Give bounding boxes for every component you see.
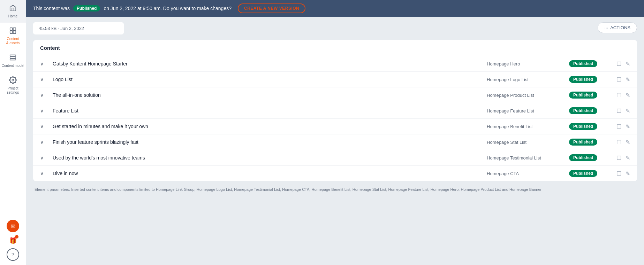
sidebar: Home Content& assets Content model <box>0 0 26 265</box>
edit-icon[interactable]: ✎ <box>626 108 630 114</box>
svg-rect-1 <box>13 28 16 30</box>
row-title: Feature List <box>53 108 481 114</box>
content-assets-icon <box>9 27 17 36</box>
row-actions: ☐ ✎ <box>616 92 630 99</box>
banner-text-before: This content was <box>33 6 70 11</box>
sidebar-item-content-model[interactable]: Content model <box>0 49 26 72</box>
sidebar-item-project-settings[interactable]: Projectsettings <box>0 72 26 99</box>
row-title: Logo List <box>53 77 481 82</box>
chevron-down-icon[interactable]: ∨ <box>40 171 47 176</box>
comment-icon[interactable]: ☐ <box>616 92 621 99</box>
main-content: This content was Published on Jun 2, 202… <box>26 0 644 265</box>
table-row: ∨ Dive in now Homepage CTA Published ☐ ✎ <box>33 166 637 181</box>
banner-text-after: on Jun 2, 2022 at 9:50 am. Do you want t… <box>104 6 232 11</box>
svg-rect-4 <box>10 55 16 56</box>
footer-note: Element parameters: Inserted content ite… <box>33 187 637 193</box>
chevron-down-icon[interactable]: ∨ <box>40 61 47 67</box>
row-type: Homepage Stat List <box>487 140 563 145</box>
actions-button[interactable]: ··· ACTIONS <box>598 22 637 33</box>
chevron-down-icon[interactable]: ∨ <box>40 108 47 114</box>
sidebar-item-content-assets[interactable]: Content& assets <box>0 23 26 49</box>
status-badge: Published <box>569 154 597 161</box>
status-badge: Published <box>569 123 597 130</box>
edit-icon[interactable]: ✎ <box>626 139 630 146</box>
svg-rect-5 <box>10 57 16 58</box>
row-type: Homepage Hero <box>487 61 563 67</box>
row-actions: ☐ ✎ <box>616 108 630 114</box>
sidebar-label-home: Home <box>8 14 18 18</box>
row-actions: ☐ ✎ <box>616 76 630 83</box>
svg-rect-6 <box>10 59 16 60</box>
row-status: Published <box>569 170 611 177</box>
status-badge: Published <box>569 92 597 99</box>
row-actions: ☐ ✎ <box>616 139 630 146</box>
edit-icon[interactable]: ✎ <box>626 76 630 83</box>
sidebar-bottom: ✉ 🎁 ? <box>0 218 26 265</box>
comment-icon[interactable]: ☐ <box>616 61 621 67</box>
help-icon: ? <box>12 252 14 257</box>
row-type: Homepage Logo List <box>487 77 563 82</box>
notification-button[interactable]: ✉ <box>7 220 19 232</box>
content-model-icon <box>9 54 17 62</box>
row-status: Published <box>569 139 611 146</box>
svg-rect-3 <box>13 31 16 33</box>
content-section-header: Content <box>33 40 637 56</box>
row-status: Published <box>569 76 611 83</box>
file-info-card: 45.53 kB · Jun 2, 2022 <box>33 22 124 34</box>
edit-icon[interactable]: ✎ <box>626 170 630 177</box>
row-title: The all-in-one solution <box>53 92 481 98</box>
create-new-version-button[interactable]: CREATE A NEW VERSION <box>238 3 305 13</box>
gift-button[interactable]: 🎁 <box>7 234 19 247</box>
comment-icon[interactable]: ☐ <box>616 139 621 146</box>
svg-rect-2 <box>10 31 13 33</box>
chevron-down-icon[interactable]: ∨ <box>40 124 47 129</box>
row-title: Get started in minutes and make it your … <box>53 124 481 129</box>
row-type: Homepage Product List <box>487 93 563 98</box>
row-actions: ☐ ✎ <box>616 61 630 67</box>
svg-point-7 <box>12 79 14 81</box>
table-row: ∨ Logo List Homepage Logo List Published… <box>33 72 637 87</box>
table-row: ∨ Gatsby Kontent Homepage Starter Homepa… <box>33 56 637 72</box>
row-title: Dive in now <box>53 171 481 176</box>
sidebar-label-project-settings: Projectsettings <box>7 86 19 95</box>
comment-icon[interactable]: ☐ <box>616 155 621 161</box>
row-status: Published <box>569 60 611 67</box>
chevron-down-icon[interactable]: ∨ <box>40 77 47 82</box>
chevron-down-icon[interactable]: ∨ <box>40 92 47 98</box>
mail-icon: ✉ <box>11 223 15 229</box>
comment-icon[interactable]: ☐ <box>616 170 621 177</box>
table-row: ∨ Finish your feature sprints blazingly … <box>33 134 637 150</box>
table-row: ∨ Get started in minutes and make it you… <box>33 119 637 134</box>
edit-icon[interactable]: ✎ <box>626 123 630 130</box>
published-status-badge: Published <box>73 5 100 11</box>
help-button[interactable]: ? <box>7 248 19 261</box>
file-info-text: 45.53 kB · Jun 2, 2022 <box>39 26 84 31</box>
status-badge: Published <box>569 107 597 114</box>
actions-dots: ··· <box>604 25 608 30</box>
row-type: Homepage CTA <box>487 171 563 176</box>
chevron-down-icon[interactable]: ∨ <box>40 139 47 145</box>
row-actions: ☐ ✎ <box>616 123 630 130</box>
status-badge: Published <box>569 76 597 83</box>
edit-icon[interactable]: ✎ <box>626 155 630 161</box>
comment-icon[interactable]: ☐ <box>616 108 621 114</box>
row-status: Published <box>569 107 611 114</box>
status-badge: Published <box>569 139 597 146</box>
content-area: 45.53 kB · Jun 2, 2022 ··· ACTIONS Conte… <box>26 17 644 265</box>
comment-icon[interactable]: ☐ <box>616 76 621 83</box>
chevron-down-icon[interactable]: ∨ <box>40 155 47 161</box>
edit-icon[interactable]: ✎ <box>626 61 630 67</box>
row-title: Used by the world's most innovative team… <box>53 155 481 161</box>
comment-icon[interactable]: ☐ <box>616 123 621 130</box>
edit-icon[interactable]: ✎ <box>626 92 630 99</box>
sidebar-item-home[interactable]: Home <box>0 0 26 23</box>
row-type: Homepage Feature List <box>487 108 563 114</box>
gift-badge <box>15 235 18 239</box>
sidebar-label-content-model: Content model <box>1 64 24 68</box>
top-row: 45.53 kB · Jun 2, 2022 ··· ACTIONS <box>33 22 637 39</box>
table-row: ∨ Used by the world's most innovative te… <box>33 150 637 166</box>
published-banner: This content was Published on Jun 2, 202… <box>26 0 644 17</box>
gear-icon <box>9 76 17 85</box>
row-title: Finish your feature sprints blazingly fa… <box>53 139 481 145</box>
sidebar-label-content-assets: Content& assets <box>6 37 20 45</box>
